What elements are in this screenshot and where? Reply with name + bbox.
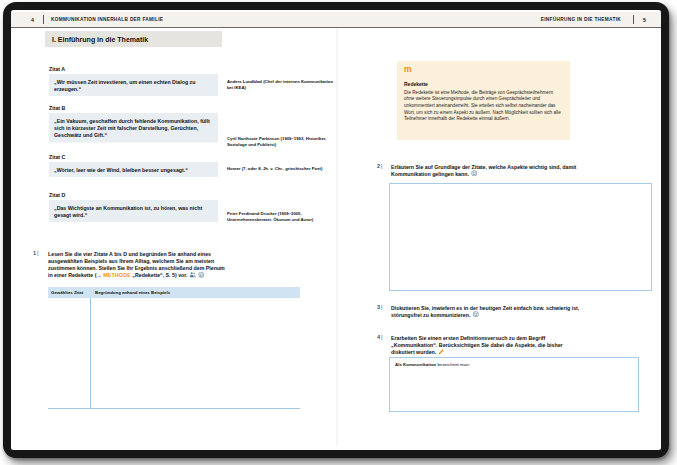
task2-number-bar: | [381,163,382,169]
task4-number-bar: | [381,334,382,340]
header-band: 4 KOMMUNIKATION INNERHALB DER FAMILIE EI… [11,12,661,28]
task1-text-after: „Redekette“, S. 5) vor. [132,272,187,278]
table-column-divider [90,298,91,408]
page-number-right: 5 [643,12,646,27]
running-head-left: KOMMUNIKATION INNERHALB DER FAMILIE [51,12,163,27]
task3-number: 3| [377,304,382,310]
discussion-icon [471,170,478,177]
book-spread: 4 KOMMUNIKATION INNERHALB DER FAMILIE EI… [11,10,661,450]
group-work-icon [189,272,196,279]
quote-b-box: „Ein Vakuum, geschaffen durch fehlende K… [49,113,218,142]
running-head-right: EINFÜHRUNG IN DIE THEMATIK [541,12,621,27]
header-divider-right [633,15,634,24]
answer-table: Gewähltes Zitat Begründung anhand eines … [48,287,300,409]
task2-number: 2| [377,163,382,169]
task4-answer-prompt: Als Kommunikation bezeichnet man: [390,358,638,371]
answer-table-header: Gewähltes Zitat Begründung anhand eines … [48,287,300,298]
table-header-reason: Begründung anhand eines Beispiels [90,287,300,298]
answer-prompt-bold: Als Kommunikation [395,362,436,367]
task4-number-value: 4 [377,334,380,340]
method-body: Die Redekette ist eine Methode, die Beit… [404,89,562,122]
task1-text: Lesen Sie die vier Zitate A bis D und be… [48,250,229,279]
section-title: I. Einführung in die Thematik [45,31,222,47]
task4-text: Erarbeiten Sie einen ersten Definitionsv… [391,334,581,356]
page-gutter [337,28,338,446]
quote-a-label: Zitat A [49,66,65,72]
task4-answer-box[interactable]: Als Kommunikation bezeichnet man: [389,357,639,412]
quote-c-attribution: Homer (7. oder 8. Jh. v. Chr., griechisc… [227,166,334,172]
task2-text-value: Erläutern Sie auf Grundlage der Zitate, … [391,164,576,177]
header-divider-left [43,15,44,24]
task1-number-bar: | [37,250,38,256]
quote-c-label: Zitat C [49,154,65,160]
table-header-chosen-quote: Gewähltes Zitat [48,287,90,298]
task3-text: Diskutieren Sie, inwiefern es in der heu… [391,304,581,318]
quote-d-label: Zitat D [49,192,65,198]
quote-b-attribution: Cyril Northcote Parkinson (1909–1993, Hi… [227,136,334,147]
methode-reference: METHODE [103,272,131,278]
answer-table-body[interactable] [48,298,300,409]
task4-text-value: Erarbeiten Sie einen ersten Definitionsv… [391,335,563,355]
method-title: Redekette [404,82,562,88]
quote-a-attribution: Anders Lundblad (Chef der internen Kommu… [227,79,334,90]
quote-a-box: „Wir müssen Zeit investieren, um einen e… [49,74,218,96]
quote-d-attribution: Peter Ferdinand Drucker (1909–2005, Unte… [227,211,334,222]
discussion-icon [198,272,205,279]
task3-number-value: 3 [377,304,380,310]
quote-d-box: „Das Wichtigste an Kommunikation ist, zu… [49,200,218,222]
task3-text-value: Diskutieren Sie, inwiefern es in der heu… [391,305,579,318]
method-marker: m [404,65,562,74]
task2-text: Erläutern Sie auf Grundlage der Zitate, … [391,163,578,177]
quote-c-box: „Wörter, leer wie der Wind, bleiben bess… [49,162,218,177]
quote-b-label: Zitat B [49,105,65,111]
discussion-icon [472,311,479,318]
task4-number: 4| [377,334,382,340]
write-icon [438,348,445,355]
task2-answer-box[interactable] [389,183,652,291]
answer-prompt-rest: bezeichnet man: [436,362,470,367]
page-number-left: 4 [31,12,34,27]
task3-number-bar: | [381,304,382,310]
method-box: m Redekette Die Redekette ist eine Metho… [397,61,570,140]
task1-number: 1| [33,250,38,256]
task2-number-value: 2 [377,163,380,169]
task1-number-value: 1 [33,250,36,256]
